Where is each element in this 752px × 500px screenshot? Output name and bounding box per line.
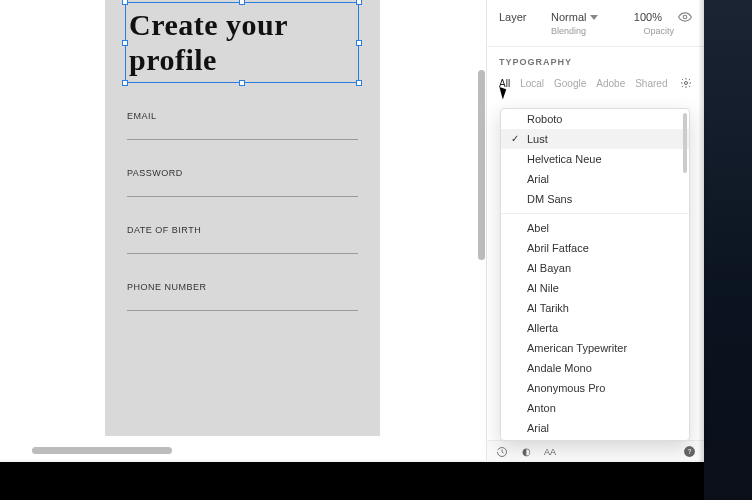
tab-adobe[interactable]: Adobe bbox=[596, 78, 625, 89]
layer-row: Layer Normal 100% bbox=[487, 0, 704, 26]
contrast-icon[interactable]: ◐ bbox=[519, 445, 533, 459]
font-item-helvetica-neue[interactable]: Helvetica Neue bbox=[501, 149, 689, 169]
typography-header: TYPOGRAPHY bbox=[487, 46, 704, 73]
visibility-toggle[interactable] bbox=[678, 10, 692, 24]
opacity-value[interactable]: 100% bbox=[634, 11, 662, 23]
gear-icon bbox=[680, 77, 692, 89]
chevron-down-icon bbox=[590, 15, 598, 20]
canvas-area[interactable]: Create your profile EMAIL PASSWORD bbox=[0, 0, 485, 460]
field-underline bbox=[127, 253, 358, 254]
typography-tabs: All Local Google Adobe Shared bbox=[487, 73, 704, 95]
macos-desktop bbox=[704, 0, 752, 500]
resize-handle-bottom-right[interactable] bbox=[356, 80, 362, 86]
font-item[interactable]: Anonymous Pro bbox=[501, 378, 689, 398]
form-fields: EMAIL PASSWORD DATE OF BIRTH PHONE NUMBE… bbox=[127, 111, 358, 311]
heading-text-selected[interactable]: Create your profile bbox=[127, 4, 357, 81]
help-icon[interactable]: ? bbox=[682, 445, 696, 459]
field-underline bbox=[127, 196, 358, 197]
font-item-roboto[interactable]: Roboto bbox=[501, 109, 689, 129]
font-item[interactable]: Al Nile bbox=[501, 278, 689, 298]
font-item-arial[interactable]: Arial bbox=[501, 169, 689, 189]
font-item[interactable]: Anton bbox=[501, 398, 689, 418]
resize-handle-top-left[interactable] bbox=[122, 0, 128, 5]
font-list[interactable]: Roboto Lust Helvetica Neue Arial DM Sans… bbox=[501, 109, 689, 440]
inspector-bottom-bar: ◐ AA ? bbox=[486, 440, 704, 462]
font-list-divider bbox=[501, 213, 689, 214]
field-label: PHONE NUMBER bbox=[127, 282, 358, 292]
font-item[interactable]: Al Bayan bbox=[501, 258, 689, 278]
resize-handle-bottom-middle[interactable] bbox=[239, 80, 245, 86]
font-item-lust[interactable]: Lust bbox=[501, 129, 689, 149]
field-label: DATE OF BIRTH bbox=[127, 225, 358, 235]
font-item[interactable]: Abril Fatface bbox=[501, 238, 689, 258]
tab-google[interactable]: Google bbox=[554, 78, 586, 89]
resize-handle-top-middle[interactable] bbox=[239, 0, 245, 5]
svg-point-0 bbox=[683, 15, 687, 19]
font-item[interactable]: Arial Black bbox=[501, 438, 689, 440]
font-item[interactable]: Abel bbox=[501, 218, 689, 238]
tab-shared[interactable]: Shared bbox=[635, 78, 667, 89]
blending-value: Normal bbox=[551, 11, 586, 23]
typography-settings-button[interactable] bbox=[680, 77, 692, 89]
tab-all[interactable]: All bbox=[499, 78, 510, 89]
eye-icon bbox=[678, 10, 692, 24]
resize-handle-middle-left[interactable] bbox=[122, 40, 128, 46]
blending-mode-select[interactable]: Normal bbox=[551, 11, 598, 23]
vertical-scrollbar[interactable] bbox=[478, 70, 485, 260]
resize-handle-middle-right[interactable] bbox=[356, 40, 362, 46]
font-item[interactable]: Andale Mono bbox=[501, 358, 689, 378]
history-icon[interactable] bbox=[495, 445, 509, 459]
text-aa-icon[interactable]: AA bbox=[543, 445, 557, 459]
field-dob: DATE OF BIRTH bbox=[127, 225, 358, 254]
heading-text[interactable]: Create your profile bbox=[129, 8, 288, 76]
resize-handle-bottom-left[interactable] bbox=[122, 80, 128, 86]
artboard[interactable]: Create your profile EMAIL PASSWORD bbox=[105, 0, 380, 436]
svg-point-1 bbox=[685, 82, 688, 85]
field-underline bbox=[127, 310, 358, 311]
field-email: EMAIL bbox=[127, 111, 358, 140]
font-item[interactable]: Allerta bbox=[501, 318, 689, 338]
font-item[interactable]: Arial bbox=[501, 418, 689, 438]
layer-captions: Blending Opacity bbox=[487, 26, 704, 46]
svg-text:?: ? bbox=[687, 448, 691, 455]
blending-caption: Blending bbox=[551, 26, 586, 36]
font-picker-dropdown[interactable]: Roboto Lust Helvetica Neue Arial DM Sans… bbox=[500, 108, 690, 441]
field-phone: PHONE NUMBER bbox=[127, 282, 358, 311]
font-list-scrollbar[interactable] bbox=[683, 113, 687, 173]
font-item[interactable]: Al Tarikh bbox=[501, 298, 689, 318]
field-underline bbox=[127, 139, 358, 140]
resize-handle-top-right[interactable] bbox=[356, 0, 362, 5]
font-item-dm-sans[interactable]: DM Sans bbox=[501, 189, 689, 209]
tab-local[interactable]: Local bbox=[520, 78, 544, 89]
layer-label: Layer bbox=[499, 11, 539, 23]
field-password: PASSWORD bbox=[127, 168, 358, 197]
horizontal-scrollbar[interactable] bbox=[32, 447, 172, 454]
macos-dock bbox=[0, 462, 704, 500]
opacity-caption: Opacity bbox=[643, 26, 674, 36]
font-item[interactable]: American Typewriter bbox=[501, 338, 689, 358]
field-label: EMAIL bbox=[127, 111, 358, 121]
field-label: PASSWORD bbox=[127, 168, 358, 178]
